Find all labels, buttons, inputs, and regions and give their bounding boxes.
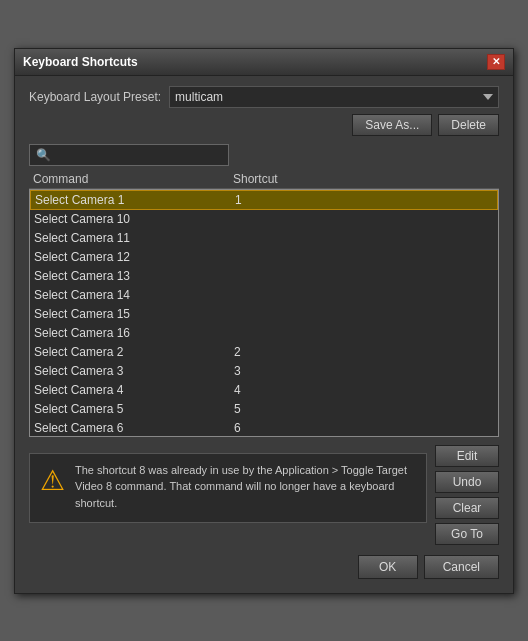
preset-label: Keyboard Layout Preset: <box>29 90 161 104</box>
title-bar: Keyboard Shortcuts ✕ <box>15 49 513 76</box>
table-row[interactable]: Select Camera 44 <box>30 381 498 400</box>
ok-button[interactable]: OK <box>358 555 418 579</box>
col-command-header: Command <box>33 172 233 186</box>
shortcut-cell <box>234 326 494 340</box>
table-row[interactable]: Select Camera 11 <box>30 190 498 210</box>
command-cell: Select Camera 14 <box>34 288 234 302</box>
save-delete-row: Save As... Delete <box>29 114 499 136</box>
warning-icon: ⚠ <box>40 464 65 497</box>
shortcut-cell: 2 <box>234 345 494 359</box>
table-row[interactable]: Select Camera 16 <box>30 324 498 343</box>
shortcut-cell: 4 <box>234 383 494 397</box>
command-cell: Select Camera 12 <box>34 250 234 264</box>
command-cell: Select Camera 2 <box>34 345 234 359</box>
undo-button[interactable]: Undo <box>435 471 499 493</box>
table-row[interactable]: Select Camera 15 <box>30 305 498 324</box>
cancel-button[interactable]: Cancel <box>424 555 499 579</box>
preset-row: Keyboard Layout Preset: multicam default… <box>29 86 499 108</box>
command-cell: Select Camera 4 <box>34 383 234 397</box>
clear-button[interactable]: Clear <box>435 497 499 519</box>
dialog-title: Keyboard Shortcuts <box>23 55 138 69</box>
command-cell: Select Camera 5 <box>34 402 234 416</box>
shortcut-cell: 6 <box>234 421 494 435</box>
command-cell: Select Camera 13 <box>34 269 234 283</box>
shortcut-cell <box>234 288 494 302</box>
shortcut-cell: 5 <box>234 402 494 416</box>
table-row[interactable]: Select Camera 33 <box>30 362 498 381</box>
command-cell: Select Camera 3 <box>34 364 234 378</box>
command-cell: Select Camera 6 <box>34 421 234 435</box>
table-row[interactable]: Select Camera 13 <box>30 267 498 286</box>
command-cell: Select Camera 11 <box>34 231 234 245</box>
table-row[interactable]: Select Camera 66 <box>30 419 498 437</box>
dialog-body: Keyboard Layout Preset: multicam default… <box>15 76 513 593</box>
shortcut-cell: 3 <box>234 364 494 378</box>
edit-button[interactable]: Edit <box>435 445 499 467</box>
shortcut-cell <box>234 307 494 321</box>
shortcut-cell <box>234 250 494 264</box>
table-row[interactable]: Select Camera 14 <box>30 286 498 305</box>
preset-dropdown[interactable]: multicam default custom <box>169 86 499 108</box>
go-to-button[interactable]: Go To <box>435 523 499 545</box>
bottom-buttons: OK Cancel <box>29 555 499 583</box>
search-input[interactable] <box>29 144 229 166</box>
shortcuts-table[interactable]: Select Camera 11Select Camera 10Select C… <box>29 189 499 437</box>
table-row[interactable]: Select Camera 22 <box>30 343 498 362</box>
keyboard-shortcuts-dialog: Keyboard Shortcuts ✕ Keyboard Layout Pre… <box>14 48 514 594</box>
table-row[interactable]: Select Camera 10 <box>30 210 498 229</box>
close-button[interactable]: ✕ <box>487 54 505 70</box>
shortcut-cell: 1 <box>235 193 493 207</box>
delete-button[interactable]: Delete <box>438 114 499 136</box>
warning-box: ⚠ The shortcut 8 was already in use by t… <box>29 453 427 523</box>
warning-text: The shortcut 8 was already in use by the… <box>75 462 416 512</box>
col-shortcut-header: Shortcut <box>233 172 495 186</box>
shortcut-cell <box>234 212 494 226</box>
action-buttons: Edit Undo Clear Go To <box>435 445 499 545</box>
save-as-button[interactable]: Save As... <box>352 114 432 136</box>
shortcut-cell <box>234 231 494 245</box>
command-cell: Select Camera 1 <box>35 193 235 207</box>
command-cell: Select Camera 10 <box>34 212 234 226</box>
shortcut-cell <box>234 269 494 283</box>
table-header: Command Shortcut <box>29 170 499 189</box>
table-row[interactable]: Select Camera 12 <box>30 248 498 267</box>
table-row[interactable]: Select Camera 55 <box>30 400 498 419</box>
table-row[interactable]: Select Camera 11 <box>30 229 498 248</box>
command-cell: Select Camera 16 <box>34 326 234 340</box>
command-cell: Select Camera 15 <box>34 307 234 321</box>
